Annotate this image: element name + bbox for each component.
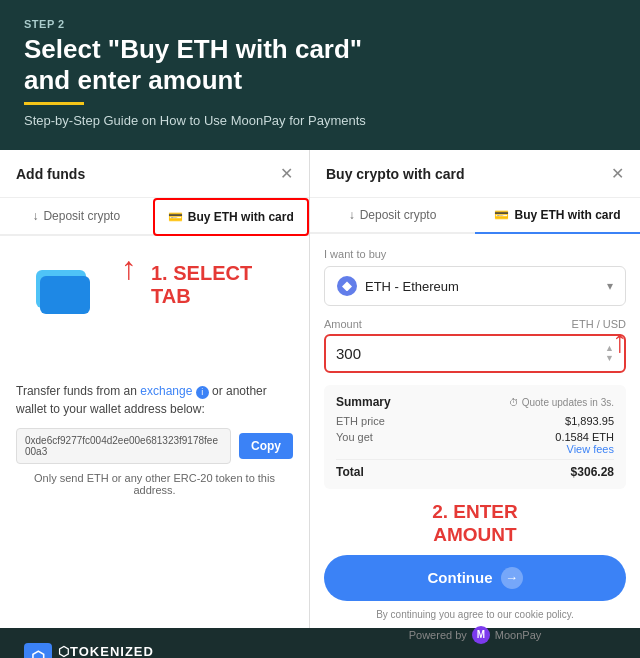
step-label: STEP 2: [24, 18, 616, 30]
continue-button[interactable]: Continue →: [324, 555, 626, 601]
eth-icon: [337, 276, 357, 296]
erc-note: Only send ETH or any other ERC-20 token …: [16, 472, 293, 496]
summary-header: Summary ⏱ Quote updates in 3s.: [336, 395, 614, 409]
wallet-card-front: [40, 276, 90, 314]
continue-arrow-icon: →: [501, 567, 523, 589]
you-get-label: You get: [336, 431, 373, 455]
right-tab-buy[interactable]: 💳 Buy ETH with card: [475, 198, 640, 234]
you-get-value: 0.1584 ETH View fees: [555, 431, 614, 455]
arrow-up-icon: ↑: [121, 252, 137, 284]
total-label: Total: [336, 465, 364, 479]
main-title: Select "Buy ETH with card"and enter amou…: [24, 34, 616, 96]
left-tab-bar: ↓ Deposit crypto 💳 Buy ETH with card: [0, 198, 309, 236]
amount-input-wrap: ▲ ▼: [324, 334, 626, 373]
info-icon: i: [196, 386, 209, 399]
clock-icon: ⏱: [509, 397, 519, 408]
content-area: Add funds ✕ ↓ Deposit crypto 💳 Buy ETH w…: [0, 150, 640, 628]
eth-price-label: ETH price: [336, 415, 385, 427]
download-icon-right: ↓: [349, 208, 355, 222]
moonpay-logo: M: [472, 626, 490, 644]
right-panel: Buy crypto with card ✕ ↓ Deposit crypto …: [310, 150, 640, 628]
eth-price-value: $1,893.95: [565, 415, 614, 427]
select-tab-annotation: 1. SELECTTAB: [151, 262, 252, 308]
wallet-annotation-area: ↑ 1. SELECTTAB: [16, 252, 293, 332]
powered-by: Powered by M MoonPay: [324, 626, 626, 644]
amount-label: Amount: [324, 318, 362, 330]
amount-input[interactable]: [336, 345, 605, 362]
you-get-row: You get 0.1584 ETH View fees: [336, 431, 614, 455]
eth-diamond: [342, 281, 352, 291]
want-to-buy-label: I want to buy: [324, 248, 626, 260]
left-panel: Add funds ✕ ↓ Deposit crypto 💳 Buy ETH w…: [0, 150, 310, 628]
right-tab-bar: ↓ Deposit crypto 💳 Buy ETH with card: [310, 198, 640, 234]
subtitle: Step-by-Step Guide on How to Use MoonPay…: [24, 113, 616, 128]
summary-title: Summary: [336, 395, 391, 409]
quote-update: ⏱ Quote updates in 3s.: [509, 397, 614, 408]
copy-button[interactable]: Copy: [239, 433, 293, 459]
right-tab-deposit[interactable]: ↓ Deposit crypto: [310, 198, 475, 234]
left-content: ↑ 1. SELECTTAB Transfer funds from an ex…: [0, 236, 309, 628]
arrow-right-annotation-icon: ↑: [612, 323, 628, 360]
enter-amount-annotation: 2. ENTERAMOUNT: [324, 501, 626, 547]
right-panel-header: Buy crypto with card ✕: [310, 150, 640, 198]
right-content: I want to buy ETH - Ethereum ▾ Amount ET…: [310, 234, 640, 658]
tokenized-logo: ⬡ ⬡TOKENIZED www.tokenizedhq.com: [24, 643, 158, 658]
policy-text: By continuing you agree to our cookie po…: [324, 609, 626, 620]
download-icon: ↓: [32, 209, 38, 223]
left-panel-header: Add funds ✕: [0, 150, 309, 198]
eth-name: ETH - Ethereum: [365, 279, 459, 294]
moonpay-letter: M: [477, 629, 485, 640]
eth-left: ETH - Ethereum: [337, 276, 459, 296]
right-close-button[interactable]: ✕: [611, 164, 624, 183]
header: STEP 2 Select "Buy ETH with card"and ent…: [0, 0, 640, 150]
transfer-text: Transfer funds from an exchange i or ano…: [16, 382, 293, 418]
address-row: 0xde6cf9277fc004d2ee00e681323f9178fee00a…: [16, 428, 293, 464]
total-value: $306.28: [571, 465, 614, 479]
left-panel-title: Add funds: [16, 166, 85, 182]
card-icon: 💳: [168, 210, 183, 224]
right-panel-title: Buy crypto with card: [326, 166, 464, 182]
card-icon-right: 💳: [494, 208, 509, 222]
summary-annotation-area: Summary ⏱ Quote updates in 3s. ETH price…: [324, 385, 626, 489]
tokenized-text: ⬡TOKENIZED www.tokenizedhq.com: [58, 644, 158, 658]
eth-price-row: ETH price $1,893.95: [336, 415, 614, 427]
total-row: Total $306.28: [336, 459, 614, 479]
eth-selector[interactable]: ETH - Ethereum ▾: [324, 266, 626, 306]
exchange-link[interactable]: exchange: [140, 384, 192, 398]
brand-name: ⬡TOKENIZED: [58, 644, 158, 658]
summary-section: Summary ⏱ Quote updates in 3s. ETH price…: [324, 385, 626, 489]
amount-header-row: Amount ETH / USD: [324, 318, 626, 330]
left-tab-deposit[interactable]: ↓ Deposit crypto: [0, 198, 153, 236]
left-close-button[interactable]: ✕: [280, 164, 293, 183]
left-tab-buy[interactable]: 💳 Buy ETH with card: [153, 198, 310, 236]
tokenized-icon: ⬡: [24, 643, 52, 658]
view-fees-link[interactable]: View fees: [567, 443, 615, 455]
yellow-underline: [24, 102, 84, 105]
wallet-address: 0xde6cf9277fc004d2ee00e681323f9178fee00a…: [16, 428, 231, 464]
chevron-down-icon: ▾: [607, 279, 613, 293]
wallet-illustration: [26, 262, 96, 322]
